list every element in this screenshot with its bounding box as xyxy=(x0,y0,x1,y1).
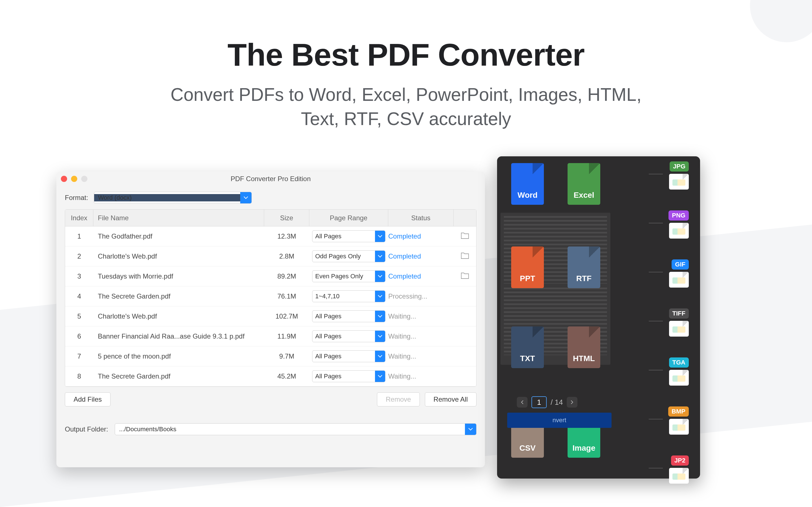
page-range-select[interactable]: 1~4,7,10 xyxy=(312,290,386,302)
cell-file-name: The Secrete Garden.pdf xyxy=(93,292,264,300)
file-corner-icon xyxy=(589,246,600,258)
page-range-value: All Pages xyxy=(312,313,375,320)
header-page-range: Page Range xyxy=(309,210,388,226)
remove-all-button[interactable]: Remove All xyxy=(425,392,476,406)
cell-status: Completed xyxy=(388,272,454,280)
cell-page-range: All Pages xyxy=(309,230,388,242)
header-index: Index xyxy=(65,210,93,226)
cell-file-name: 5 pence of the moon.pdf xyxy=(93,352,264,360)
file-tile-label: Excel xyxy=(573,191,594,200)
header-blank xyxy=(454,210,476,226)
table-row[interactable]: 4 The Secrete Garden.pdf 76.1M 1~4,7,10 … xyxy=(65,286,476,306)
convert-button[interactable]: nvert xyxy=(507,413,612,428)
format-select[interactable]: Word (docx) xyxy=(94,192,252,204)
cell-size: 89.2M xyxy=(264,272,309,280)
pager: 1 / 14 xyxy=(517,396,577,408)
prev-page-button[interactable] xyxy=(517,397,527,407)
table-row[interactable]: 6 Banner Financial Aid Raa...ase Guide 9… xyxy=(65,327,476,346)
image-thumb-icon xyxy=(669,174,689,189)
table-row[interactable]: 3 Tuesdays with Morrie.pdf 89.2M Even Pa… xyxy=(65,267,476,286)
file-tile-html[interactable]: HTML xyxy=(567,327,600,368)
chevron-down-icon xyxy=(375,311,385,322)
image-format-tag: GIF xyxy=(672,260,689,270)
table-row[interactable]: 5 Charlotte's Web.pdf 102.7M All Pages W… xyxy=(65,306,476,327)
image-thumb-icon xyxy=(669,223,689,238)
table-row[interactable]: 7 5 pence of the moon.pdf 9.7M All Pages… xyxy=(65,346,476,367)
chevron-down-icon xyxy=(375,371,385,382)
cell-index: 3 xyxy=(65,272,93,280)
chevron-down-icon xyxy=(375,271,385,282)
table-row[interactable]: 1 The Godfather.pdf 12.3M All Pages Comp… xyxy=(65,226,476,246)
cell-file-name: Charlotte's Web.pdf xyxy=(93,252,264,260)
cell-size: 12.3M xyxy=(264,232,309,240)
cell-page-range: Odd Pages Only xyxy=(309,250,388,262)
page-range-value: Odd Pages Only xyxy=(312,252,375,260)
format-label: Format: xyxy=(65,194,88,202)
cell-file-name: The Secrete Garden.pdf xyxy=(93,372,264,380)
open-folder-button[interactable] xyxy=(461,272,469,281)
image-thumb-icon xyxy=(669,468,689,484)
cell-size: 11.9M xyxy=(264,332,309,340)
header-status: Status xyxy=(388,210,454,226)
cell-index: 7 xyxy=(65,352,93,360)
cell-index: 4 xyxy=(65,292,93,300)
cell-index: 5 xyxy=(65,313,93,320)
image-thumb-icon xyxy=(669,419,689,435)
preview-panel: WordExcelPPTRTFTXTHTMLCSVImage 1 / 14 nv… xyxy=(497,156,700,478)
file-tile-label: PPT xyxy=(520,274,535,283)
remove-button[interactable]: Remove xyxy=(377,392,419,406)
cell-index: 6 xyxy=(65,332,93,340)
page-range-select[interactable]: All Pages xyxy=(312,350,386,362)
chevron-down-icon xyxy=(375,351,385,362)
button-row: Add Files Remove Remove All xyxy=(56,387,485,412)
page-range-value: All Pages xyxy=(312,233,375,240)
cell-page-range: All Pages xyxy=(309,350,388,362)
output-path: .../Documents/Books xyxy=(115,426,465,433)
hero-subtitle-line-1: Convert PDFs to Word, Excel, PowerPoint,… xyxy=(170,84,642,105)
image-format-tag: TGA xyxy=(669,357,689,368)
page-range-select[interactable]: Even Pages Only xyxy=(312,270,386,282)
file-tile-word[interactable]: Word xyxy=(511,163,544,205)
file-tile-label: Image xyxy=(573,444,596,453)
image-thumb-icon xyxy=(669,370,689,386)
cell-status: Waiting... xyxy=(388,313,454,320)
table-row[interactable]: 2 Charlotte's Web.pdf 2.8M Odd Pages Onl… xyxy=(65,246,476,267)
convert-label: nvert xyxy=(553,416,566,424)
file-tile-rtf[interactable]: RTF xyxy=(567,246,600,288)
file-tile-txt[interactable]: TXT xyxy=(511,327,544,368)
next-page-button[interactable] xyxy=(567,397,577,407)
hero-subtitle-line-2: Text, RTF, CSV accurately xyxy=(301,109,511,129)
open-folder-button[interactable] xyxy=(461,232,469,241)
file-tile-excel[interactable]: Excel xyxy=(567,163,600,205)
image-thumb-icon xyxy=(669,272,689,288)
header-file-name: File Name xyxy=(93,210,264,226)
cell-size: 2.8M xyxy=(264,252,309,260)
format-value: Word (docx) xyxy=(94,194,240,202)
add-files-button[interactable]: Add Files xyxy=(65,392,110,406)
page-range-select[interactable]: All Pages xyxy=(312,311,386,322)
cell-file-name: Charlotte's Web.pdf xyxy=(93,313,264,320)
cell-file-name: The Godfather.pdf xyxy=(93,232,264,240)
chevron-down-icon xyxy=(465,424,476,435)
page-range-value: All Pages xyxy=(312,353,375,360)
image-format-tag: JP2 xyxy=(671,455,689,466)
output-folder-select[interactable]: .../Documents/Books xyxy=(115,424,476,435)
page-range-select[interactable]: All Pages xyxy=(312,330,386,342)
file-corner-icon xyxy=(589,163,600,174)
table-header: Index File Name Size Page Range Status xyxy=(65,210,476,226)
image-tag-bmp: BMP xyxy=(668,406,689,435)
file-table: Index File Name Size Page Range Status 1… xyxy=(65,209,476,387)
page-number[interactable]: 1 xyxy=(531,396,547,408)
page-range-value: All Pages xyxy=(312,373,375,380)
hero-subtitle: Convert PDFs to Word, Excel, PowerPoint,… xyxy=(0,82,812,131)
image-tag-png: PNG xyxy=(668,210,689,238)
page-range-select[interactable]: All Pages xyxy=(312,371,386,382)
file-tile-ppt[interactable]: PPT xyxy=(511,246,544,288)
open-folder-button[interactable] xyxy=(461,252,469,261)
page-range-select[interactable]: All Pages xyxy=(312,230,386,242)
cell-size: 76.1M xyxy=(264,292,309,300)
page-range-select[interactable]: Odd Pages Only xyxy=(312,250,386,262)
table-row[interactable]: 8 The Secrete Garden.pdf 45.2M All Pages… xyxy=(65,367,476,386)
output-row: Output Folder: .../Documents/Books xyxy=(56,412,485,435)
chevron-down-icon xyxy=(375,231,385,242)
